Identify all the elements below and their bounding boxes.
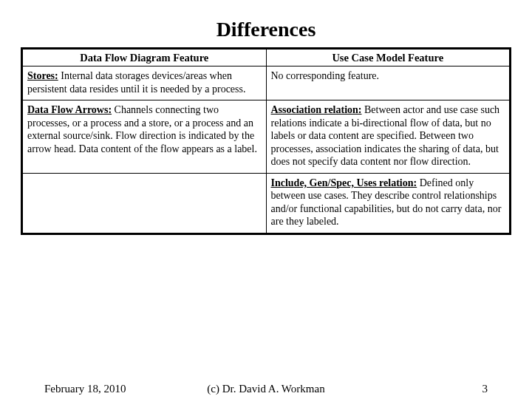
cell-left: Stores: Internal data storages devices/a…	[22, 66, 267, 100]
cell-left: Data Flow Arrows: Channels connecting tw…	[22, 100, 267, 174]
cell-text: No corresponding feature.	[271, 70, 380, 81]
footer-page-number: 3	[482, 383, 488, 395]
table-row: Data Flow Arrows: Channels connecting tw…	[22, 100, 511, 174]
cell-left	[22, 173, 267, 233]
table-row: Stores: Internal data storages devices/a…	[22, 66, 511, 100]
term-label: Include, Gen/Spec, Uses relation:	[271, 177, 417, 188]
slide: Differences Data Flow Diagram Feature Us…	[0, 0, 532, 399]
term-label: Data Flow Arrows:	[27, 104, 112, 115]
term-label: Association relation:	[271, 104, 362, 115]
header-left: Data Flow Diagram Feature	[22, 49, 267, 66]
page-title: Differences	[0, 0, 532, 47]
cell-right: Include, Gen/Spec, Uses relation: Define…	[266, 173, 511, 233]
cell-right: Association relation: Between actor and …	[266, 100, 511, 174]
table-row: Include, Gen/Spec, Uses relation: Define…	[22, 173, 511, 233]
cell-text: Internal data storages devices/areas whe…	[27, 70, 245, 95]
comparison-table-wrap: Data Flow Diagram Feature Use Case Model…	[21, 47, 511, 235]
table-header-row: Data Flow Diagram Feature Use Case Model…	[22, 49, 511, 66]
header-right: Use Case Model Feature	[266, 49, 511, 66]
cell-right: No corresponding feature.	[266, 66, 511, 100]
term-label: Stores:	[27, 70, 58, 81]
footer-copyright: (c) Dr. David A. Workman	[0, 383, 532, 395]
comparison-table: Data Flow Diagram Feature Use Case Model…	[21, 47, 511, 235]
